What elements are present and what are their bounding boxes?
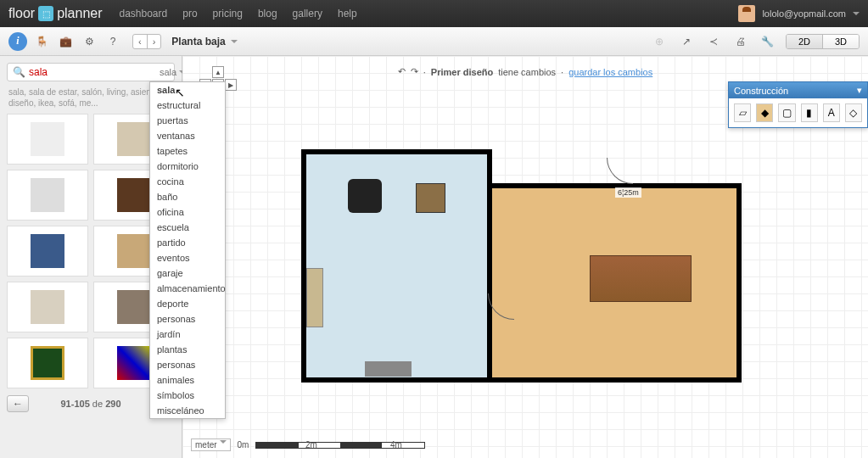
user-menu[interactable]: lololo@yopmail.com (738, 5, 860, 22)
furniture-item[interactable] (7, 338, 88, 388)
design-name: Primer diseño (431, 67, 493, 77)
dimension-tool[interactable]: ◇ (845, 103, 862, 122)
dropdown-item[interactable]: escuela (150, 220, 225, 235)
furniture-item[interactable] (7, 226, 88, 276)
help-icon[interactable]: ? (104, 32, 122, 51)
app-header: floor ⬚ planner dashboard pro pricing bl… (0, 0, 868, 27)
dropdown-item[interactable]: animales (150, 372, 225, 388)
floor-name-label: Planta baja (171, 36, 225, 47)
view-toggle: 2D 3D (786, 34, 860, 49)
dropdown-item[interactable]: misceláneo (150, 403, 225, 418)
info-icon[interactable]: i (8, 32, 27, 51)
dropdown-item[interactable]: oficina (150, 204, 225, 220)
dropdown-item[interactable]: personas (150, 357, 225, 372)
dropdown-item[interactable]: deporte (150, 296, 225, 311)
logo[interactable]: floor ⬚ planner (8, 6, 103, 21)
furniture-icon[interactable]: 🪑 (32, 32, 51, 51)
dropdown-item[interactable]: tapetes (150, 143, 225, 159)
dropdown-item[interactable]: símbolos (150, 388, 225, 403)
chevron-down-icon (853, 12, 860, 15)
text-tool[interactable]: A (823, 103, 840, 122)
dropdown-item[interactable]: personas (150, 311, 225, 327)
prev-page-button[interactable]: ← (7, 395, 29, 412)
chevron-down-icon (231, 40, 238, 43)
settings-icon[interactable]: ⚙ (80, 32, 98, 51)
top-nav: dashboard pro pricing blog gallery help (120, 8, 357, 20)
history-nav: ‹ › (132, 34, 161, 49)
dropdown-item[interactable]: sala (150, 82, 225, 98)
forward-button[interactable]: › (148, 35, 161, 48)
nav-pro[interactable]: pro (182, 8, 197, 20)
construction-panel: Construcción ▾ ▱ ◆ ▢ ▮ A ◇ (728, 81, 868, 128)
export-icon[interactable]: ↗ (677, 32, 696, 51)
search-icon: 🔍 (13, 66, 25, 78)
dropdown-item[interactable]: jardín (150, 327, 225, 342)
briefcase-icon[interactable]: 💼 (56, 32, 75, 51)
changes-label: tiene cambios (498, 67, 556, 77)
furniture-armchair[interactable] (348, 179, 382, 213)
logo-text-left: floor (8, 6, 35, 21)
panel-header[interactable]: Construcción ▾ (729, 82, 867, 98)
search-tags: sala, sala de estar, salón, living, asie… (8, 87, 173, 109)
furniture-rug[interactable] (365, 361, 412, 377)
dropdown-item[interactable]: ventanas (150, 128, 225, 143)
print-icon[interactable]: 🖨 (731, 32, 750, 51)
dropdown-item[interactable]: baño (150, 189, 225, 204)
dropdown-item[interactable]: estructural (150, 98, 225, 113)
collapse-icon[interactable]: ▾ (857, 85, 862, 96)
door-icon[interactable] (607, 158, 632, 183)
door-icon[interactable] (488, 293, 513, 319)
dropdown-item[interactable]: partido (150, 235, 225, 250)
surface-tool[interactable]: ◆ (756, 103, 773, 122)
filter-label-text: sala (160, 67, 176, 77)
furniture-item[interactable] (7, 282, 88, 332)
floorplan-canvas[interactable]: ↶ ↷ · Primer diseño tiene cambios · guar… (182, 56, 868, 458)
back-button[interactable]: ‹ (133, 35, 148, 48)
room-shape[interactable] (301, 149, 492, 383)
wrench-icon[interactable]: 🔧 (759, 32, 777, 51)
dropdown-item[interactable]: puertas (150, 113, 225, 128)
room-tool[interactable]: ▢ (778, 103, 795, 122)
unit-selector[interactable]: meter (191, 438, 231, 451)
nav-pricing[interactable]: pricing (213, 8, 243, 20)
dropdown-item[interactable]: almacenamiento (150, 281, 225, 296)
furniture-item[interactable] (7, 170, 88, 221)
nav-help[interactable]: help (338, 8, 357, 20)
status-bar: ↶ ↷ · Primer diseño tiene cambios · guar… (398, 66, 652, 77)
avatar (738, 5, 755, 22)
undo-icon[interactable]: ↶ (398, 66, 406, 77)
nav-blog[interactable]: blog (258, 8, 277, 20)
furniture-chair[interactable] (416, 183, 445, 213)
logo-icon: ⬚ (38, 6, 53, 21)
chevron-down-icon (220, 440, 227, 444)
scale-bar: meter 0m 2m 4m (191, 438, 425, 451)
pan-right-button[interactable]: ▶ (225, 79, 237, 91)
toolbar: i 🪑 💼 ⚙ ? ‹ › Planta baja ⊕ ↗ ≺ 🖨 🔧 2D 3… (0, 27, 868, 56)
panel-title: Construcción (734, 86, 788, 96)
pan-up-button[interactable]: ▲ (212, 66, 224, 78)
dropdown-item[interactable]: dormitorio (150, 159, 225, 174)
dropdown-item[interactable]: eventos (150, 250, 225, 265)
search-row: 🔍 sala (7, 63, 175, 81)
dropdown-item[interactable]: cocina (150, 174, 225, 189)
category-dropdown: sala estructural puertas ventanas tapete… (149, 81, 226, 419)
wall-tool[interactable]: ▱ (734, 103, 751, 122)
furniture-item[interactable] (7, 114, 88, 165)
view-3d-button[interactable]: 3D (823, 35, 859, 48)
furniture-sofa[interactable] (306, 268, 323, 327)
share-icon[interactable]: ≺ (704, 32, 723, 51)
pager-text: 91-105 de 290 (61, 399, 121, 409)
search-input[interactable] (29, 66, 156, 78)
add-icon[interactable]: ⊕ (650, 32, 669, 51)
redo-icon[interactable]: ↷ (411, 66, 418, 77)
dropdown-item[interactable]: garaje (150, 265, 225, 281)
nav-dashboard[interactable]: dashboard (120, 8, 168, 20)
save-link[interactable]: guardar los cambios (568, 67, 652, 77)
dropdown-item[interactable]: plantas (150, 342, 225, 357)
furniture-table[interactable] (590, 255, 692, 302)
floor-selector[interactable]: Planta baja (171, 36, 237, 47)
view-2d-button[interactable]: 2D (787, 35, 823, 48)
nav-gallery[interactable]: gallery (293, 8, 322, 20)
dimension-label: 6¦25m (615, 187, 641, 198)
door-tool[interactable]: ▮ (801, 103, 818, 122)
